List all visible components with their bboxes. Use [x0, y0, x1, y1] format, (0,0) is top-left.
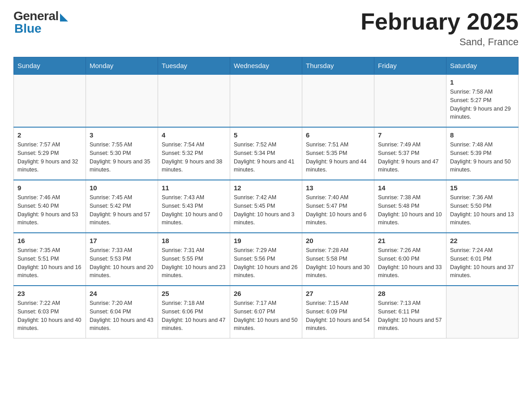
day-number: 7	[378, 131, 442, 139]
calendar-cell: 27Sunrise: 7:15 AMSunset: 6:09 PMDayligh…	[302, 286, 374, 338]
calendar-cell: 20Sunrise: 7:28 AMSunset: 5:58 PMDayligh…	[302, 233, 374, 286]
calendar-cell: 17Sunrise: 7:33 AMSunset: 5:53 PMDayligh…	[86, 233, 158, 286]
day-number: 28	[378, 290, 442, 297]
day-info: Sunrise: 7:13 AMSunset: 6:11 PMDaylight:…	[378, 299, 442, 333]
day-number: 24	[90, 290, 154, 297]
weekday-header-sunday: Sunday	[14, 57, 86, 75]
calendar-cell: 11Sunrise: 7:43 AMSunset: 5:43 PMDayligh…	[158, 180, 230, 233]
day-info: Sunrise: 7:48 AMSunset: 5:39 PMDaylight:…	[450, 141, 515, 174]
day-number: 8	[450, 131, 515, 139]
day-number: 20	[306, 237, 370, 244]
calendar-cell	[86, 74, 158, 127]
day-info: Sunrise: 7:57 AMSunset: 5:29 PMDaylight:…	[17, 141, 82, 174]
day-number: 10	[90, 184, 154, 192]
day-number: 2	[17, 131, 82, 139]
day-number: 21	[378, 237, 442, 244]
calendar-cell: 13Sunrise: 7:40 AMSunset: 5:47 PMDayligh…	[302, 180, 374, 233]
day-number: 15	[450, 184, 515, 192]
day-info: Sunrise: 7:35 AMSunset: 5:51 PMDaylight:…	[17, 246, 82, 280]
weekday-header-friday: Friday	[374, 57, 446, 75]
day-info: Sunrise: 7:58 AMSunset: 5:27 PMDaylight:…	[450, 88, 515, 121]
calendar-cell: 24Sunrise: 7:20 AMSunset: 6:04 PMDayligh…	[86, 286, 158, 338]
calendar-week-row: 2Sunrise: 7:57 AMSunset: 5:29 PMDaylight…	[14, 127, 519, 180]
calendar-cell: 14Sunrise: 7:38 AMSunset: 5:48 PMDayligh…	[374, 180, 446, 233]
logo-blue-text: Blue	[13, 21, 42, 36]
calendar-cell	[374, 74, 446, 127]
day-info: Sunrise: 7:42 AMSunset: 5:45 PMDaylight:…	[234, 193, 298, 227]
calendar-cell: 26Sunrise: 7:17 AMSunset: 6:07 PMDayligh…	[230, 286, 302, 338]
day-info: Sunrise: 7:31 AMSunset: 5:55 PMDaylight:…	[162, 246, 226, 280]
calendar-cell: 21Sunrise: 7:26 AMSunset: 6:00 PMDayligh…	[374, 233, 446, 286]
calendar-cell: 2Sunrise: 7:57 AMSunset: 5:29 PMDaylight…	[14, 127, 86, 180]
day-number: 16	[17, 237, 82, 244]
day-info: Sunrise: 7:46 AMSunset: 5:40 PMDaylight:…	[17, 193, 82, 227]
day-number: 5	[234, 131, 298, 139]
calendar-cell: 5Sunrise: 7:52 AMSunset: 5:34 PMDaylight…	[230, 127, 302, 180]
day-number: 12	[234, 184, 298, 192]
day-info: Sunrise: 7:17 AMSunset: 6:07 PMDaylight:…	[234, 299, 298, 333]
day-number: 6	[306, 131, 370, 139]
day-number: 14	[378, 184, 442, 192]
logo: General Blue	[13, 9, 68, 36]
weekday-header-monday: Monday	[86, 57, 158, 75]
weekday-header-wednesday: Wednesday	[230, 57, 302, 75]
day-info: Sunrise: 7:33 AMSunset: 5:53 PMDaylight:…	[90, 246, 154, 280]
calendar-cell	[302, 74, 374, 127]
location-label: Sand, France	[360, 36, 519, 48]
calendar-cell	[14, 74, 86, 127]
month-title: February 2025	[360, 9, 519, 34]
day-info: Sunrise: 7:28 AMSunset: 5:58 PMDaylight:…	[306, 246, 370, 280]
day-info: Sunrise: 7:55 AMSunset: 5:30 PMDaylight:…	[90, 141, 154, 174]
calendar-cell	[446, 286, 519, 338]
calendar-cell: 28Sunrise: 7:13 AMSunset: 6:11 PMDayligh…	[374, 286, 446, 338]
day-number: 19	[234, 237, 298, 244]
day-info: Sunrise: 7:43 AMSunset: 5:43 PMDaylight:…	[162, 193, 226, 227]
calendar-cell: 8Sunrise: 7:48 AMSunset: 5:39 PMDaylight…	[446, 127, 519, 180]
day-number: 27	[306, 290, 370, 297]
weekday-header-saturday: Saturday	[446, 57, 519, 75]
calendar-week-row: 23Sunrise: 7:22 AMSunset: 6:03 PMDayligh…	[14, 286, 519, 338]
day-number: 9	[17, 184, 82, 192]
calendar-cell: 15Sunrise: 7:36 AMSunset: 5:50 PMDayligh…	[446, 180, 519, 233]
calendar-cell: 12Sunrise: 7:42 AMSunset: 5:45 PMDayligh…	[230, 180, 302, 233]
title-area: February 2025 Sand, France	[360, 9, 519, 48]
day-number: 4	[162, 131, 226, 139]
calendar-cell	[230, 74, 302, 127]
day-info: Sunrise: 7:15 AMSunset: 6:09 PMDaylight:…	[306, 299, 370, 333]
day-number: 11	[162, 184, 226, 192]
day-info: Sunrise: 7:38 AMSunset: 5:48 PMDaylight:…	[378, 193, 442, 227]
day-info: Sunrise: 7:20 AMSunset: 6:04 PMDaylight:…	[90, 299, 154, 333]
calendar-cell: 7Sunrise: 7:49 AMSunset: 5:37 PMDaylight…	[374, 127, 446, 180]
calendar-week-row: 16Sunrise: 7:35 AMSunset: 5:51 PMDayligh…	[14, 233, 519, 286]
day-number: 26	[234, 290, 298, 297]
day-number: 1	[450, 78, 515, 86]
day-number: 13	[306, 184, 370, 192]
day-number: 22	[450, 237, 515, 244]
calendar-cell	[158, 74, 230, 127]
day-info: Sunrise: 7:40 AMSunset: 5:47 PMDaylight:…	[306, 193, 370, 227]
day-number: 17	[90, 237, 154, 244]
calendar-cell: 16Sunrise: 7:35 AMSunset: 5:51 PMDayligh…	[14, 233, 86, 286]
calendar-cell: 25Sunrise: 7:18 AMSunset: 6:06 PMDayligh…	[158, 286, 230, 338]
weekday-header-thursday: Thursday	[302, 57, 374, 75]
day-number: 23	[17, 290, 82, 297]
calendar-cell: 18Sunrise: 7:31 AMSunset: 5:55 PMDayligh…	[158, 233, 230, 286]
day-number: 3	[90, 131, 154, 139]
day-info: Sunrise: 7:45 AMSunset: 5:42 PMDaylight:…	[90, 193, 154, 227]
day-info: Sunrise: 7:52 AMSunset: 5:34 PMDaylight:…	[234, 141, 298, 174]
calendar-week-row: 9Sunrise: 7:46 AMSunset: 5:40 PMDaylight…	[14, 180, 519, 233]
weekday-header-tuesday: Tuesday	[158, 57, 230, 75]
page-header: General Blue February 2025 Sand, France	[13, 9, 519, 48]
calendar-cell: 23Sunrise: 7:22 AMSunset: 6:03 PMDayligh…	[14, 286, 86, 338]
calendar-table: SundayMondayTuesdayWednesdayThursdayFrid…	[13, 57, 519, 338]
logo-triangle-icon	[60, 13, 68, 21]
day-info: Sunrise: 7:22 AMSunset: 6:03 PMDaylight:…	[17, 299, 82, 333]
calendar-cell: 3Sunrise: 7:55 AMSunset: 5:30 PMDaylight…	[86, 127, 158, 180]
calendar-cell: 19Sunrise: 7:29 AMSunset: 5:56 PMDayligh…	[230, 233, 302, 286]
day-info: Sunrise: 7:51 AMSunset: 5:35 PMDaylight:…	[306, 141, 370, 174]
weekday-header-row: SundayMondayTuesdayWednesdayThursdayFrid…	[14, 57, 519, 75]
day-number: 18	[162, 237, 226, 244]
day-info: Sunrise: 7:18 AMSunset: 6:06 PMDaylight:…	[162, 299, 226, 333]
day-info: Sunrise: 7:54 AMSunset: 5:32 PMDaylight:…	[162, 141, 226, 174]
day-number: 25	[162, 290, 226, 297]
